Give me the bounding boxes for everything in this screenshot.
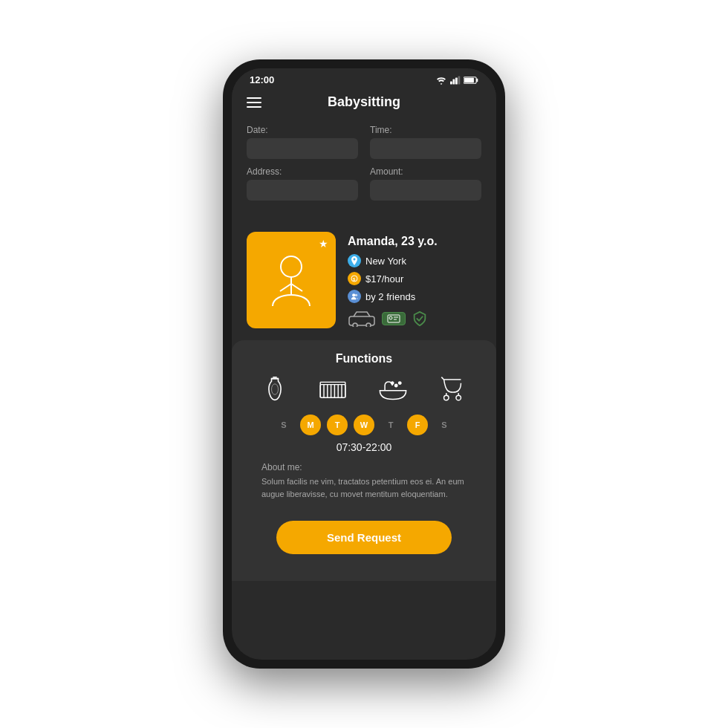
phone-device: 12:00 xyxy=(223,59,505,669)
time-input[interactable] xyxy=(370,138,481,159)
svg-line-10 xyxy=(291,284,302,291)
badges-row xyxy=(348,311,481,327)
id-badge xyxy=(382,312,406,325)
status-bar: 12:00 xyxy=(232,68,496,88)
svg-text:$: $ xyxy=(353,277,356,282)
address-label: Address: xyxy=(247,166,358,177)
svg-point-13 xyxy=(352,293,355,296)
battery-icon xyxy=(464,76,478,85)
svg-rect-5 xyxy=(476,78,478,81)
bottle-icon xyxy=(261,376,288,403)
address-field: Address: xyxy=(247,166,358,201)
svg-point-19 xyxy=(389,316,392,319)
svg-point-37 xyxy=(391,382,393,384)
location-text: New York xyxy=(365,256,406,267)
days-row: SMTWTFS xyxy=(247,415,481,435)
menu-button[interactable] xyxy=(247,97,261,108)
address-input[interactable] xyxy=(247,180,358,201)
time-label: Time: xyxy=(370,125,481,135)
status-time: 12:00 xyxy=(250,74,274,85)
profile-rate: $ $17/hour xyxy=(348,272,481,285)
functions-icons xyxy=(247,376,481,403)
avatar-card: ★ xyxy=(247,232,336,328)
friends-text: by 2 friends xyxy=(365,291,415,302)
about-section: About me: Solum facilis ne vim, tractato… xyxy=(247,462,481,512)
svg-line-9 xyxy=(280,284,291,291)
form-row-date-time: Date: Time: xyxy=(247,125,481,159)
svg-rect-3 xyxy=(458,76,461,84)
money-icon: $ xyxy=(348,272,361,285)
signal-icon xyxy=(450,76,461,85)
form-row-address-amount: Address: Amount: xyxy=(247,166,481,201)
time-field: Time: xyxy=(370,125,481,159)
day-circle-1[interactable]: M xyxy=(300,415,321,435)
profile-location: New York xyxy=(348,254,481,267)
svg-line-42 xyxy=(441,377,443,380)
amount-input[interactable] xyxy=(370,180,481,201)
date-input[interactable] xyxy=(247,138,358,159)
svg-rect-6 xyxy=(464,77,474,82)
phone-screen: 12:00 xyxy=(232,68,496,660)
location-icon xyxy=(348,254,361,267)
car-icon xyxy=(348,311,376,327)
profile-section: ★ Amanda, 23 y.o. xyxy=(232,220,496,340)
avatar-person-icon xyxy=(265,250,317,310)
crib-icon xyxy=(318,376,348,403)
app-header: Babysitting xyxy=(232,88,496,119)
functions-section: Functions xyxy=(232,340,496,581)
day-circle-4[interactable]: T xyxy=(380,415,401,435)
day-circle-6[interactable]: S xyxy=(434,415,455,435)
day-circle-3[interactable]: W xyxy=(354,415,374,435)
svg-point-24 xyxy=(272,384,279,394)
amount-field: Amount: xyxy=(370,166,481,201)
profile-name: Amanda, 23 y.o. xyxy=(348,235,481,248)
day-circle-2[interactable]: T xyxy=(327,415,348,435)
svg-point-35 xyxy=(395,384,397,386)
about-text: Solum facilis ne vim, tractatos petentiu… xyxy=(261,475,467,500)
svg-rect-1 xyxy=(453,79,455,84)
star-icon: ★ xyxy=(319,238,328,250)
shield-check-icon xyxy=(412,311,428,327)
date-field: Date: xyxy=(247,125,358,159)
functions-title: Functions xyxy=(247,352,481,365)
stroller-icon xyxy=(438,376,467,403)
svg-point-39 xyxy=(456,395,461,400)
svg-point-7 xyxy=(281,256,302,277)
time-range: 07:30-22:00 xyxy=(247,441,481,453)
amount-label: Amount: xyxy=(370,166,481,177)
day-circle-5[interactable]: F xyxy=(407,415,428,435)
scroll-content: Date: Time: Address: Amount: xyxy=(232,119,496,660)
status-icons xyxy=(435,76,478,85)
bath-icon xyxy=(377,376,409,403)
date-label: Date: xyxy=(247,125,358,135)
send-request-button[interactable]: Send Request xyxy=(276,521,452,554)
send-button-section: Send Request xyxy=(247,512,481,569)
svg-rect-0 xyxy=(450,81,452,84)
svg-rect-2 xyxy=(455,77,458,84)
profile-friends: by 2 friends xyxy=(348,290,481,303)
svg-point-17 xyxy=(366,323,371,327)
about-title: About me: xyxy=(261,462,467,472)
svg-point-14 xyxy=(355,294,357,296)
header-title: Babysitting xyxy=(328,94,400,110)
svg-point-16 xyxy=(353,323,357,327)
svg-point-36 xyxy=(399,382,401,384)
form-section: Date: Time: Address: Amount: xyxy=(232,119,496,220)
rate-text: $17/hour xyxy=(365,273,403,285)
svg-point-38 xyxy=(444,395,449,400)
profile-info: Amanda, 23 y.o. New York xyxy=(348,232,481,327)
friends-icon xyxy=(348,290,361,303)
day-circle-0[interactable]: S xyxy=(273,415,294,435)
wifi-icon xyxy=(435,76,447,85)
